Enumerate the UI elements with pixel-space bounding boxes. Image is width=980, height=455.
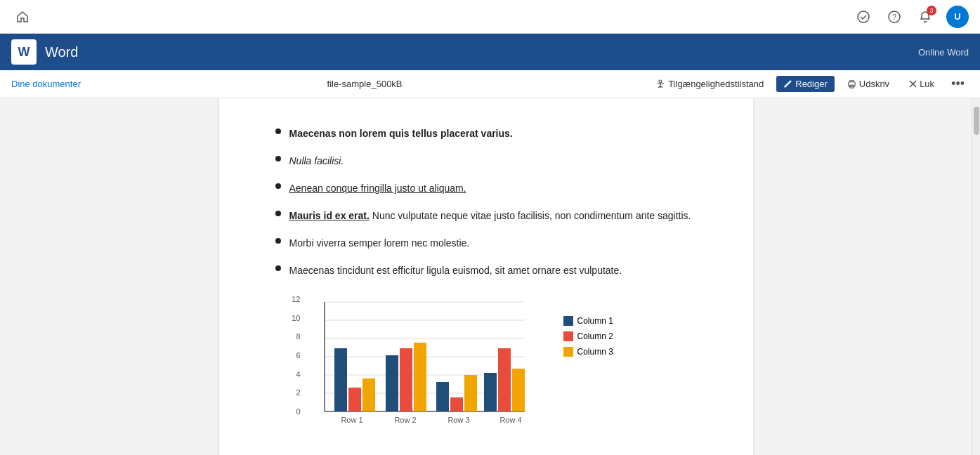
word-user-name: Online Word [918,47,969,58]
bullet-dot [275,128,281,134]
notification-icon[interactable]: 3 [915,7,935,27]
list-item: Nulla facilisi. [275,154,697,169]
y-label-2: 2 [281,388,301,397]
bar-r3-c1 [436,382,449,411]
bar-r3-c3 [464,375,477,411]
doc-page[interactable]: Maecenas non lorem quis tellus placerat … [0,98,972,455]
list-item-text: Maecenas non lorem quis tellus placerat … [289,126,513,141]
legend-item-col1: Column 1 [563,316,613,326]
normal-part: Nunc vulputate neque vitae justo facilis… [372,210,691,221]
bar-r2-c1 [386,355,398,411]
list-item: Maecenas tincidunt est efficitur ligula … [275,263,697,278]
system-bar: ? 3 U [0,0,980,34]
content-area: Maecenas non lorem quis tellus placerat … [0,98,980,455]
legend-item-col2: Column 2 [563,331,613,341]
legend-label-col1: Column 1 [577,316,613,326]
bar-r1-c1 [334,348,347,411]
legend-box-col3 [563,347,573,357]
bullet-dot [275,265,281,271]
list-item-text: Mauris id ex erat. Nunc vulputate neque … [289,209,691,223]
legend-box-col2 [563,331,573,341]
list-item-text: Nulla facilisi. [289,154,344,169]
x-label-row2: Row 2 [394,416,416,424]
svg-point-0 [858,11,869,22]
legend-label-col3: Column 3 [577,347,613,357]
bar-r4-c3 [512,369,525,411]
bullet-dot [275,183,281,189]
close-button[interactable]: Luk [902,76,941,92]
x-label-row1: Row 1 [341,416,362,424]
accessibility-button[interactable]: Tilgængelighedstilstand [648,76,771,92]
list-item: Mauris id ex erat. Nunc vulputate neque … [275,209,697,223]
x-label-row4: Row 4 [499,416,521,424]
system-bar-left [11,6,34,28]
more-options-button[interactable]: ••• [947,74,969,94]
bar-r4-c2 [498,348,511,411]
edit-label: Rediger [795,79,828,89]
file-name: file-sample_500kB [327,79,403,89]
list-item: Aenean conque fringilla justo ut aliquam… [275,181,697,196]
chart-container: 0 2 4 6 8 10 12 [275,295,697,428]
list-item: Morbi viverra semper lorem nec molestie. [275,236,697,251]
accessibility-label: Tilgængelighedstilstand [668,79,764,89]
bullet-list: Maecenas non lorem quis tellus placerat … [275,126,697,278]
edit-button[interactable]: Rediger [776,76,835,92]
word-logo: W [11,39,37,65]
bar-r3-c2 [450,397,463,411]
word-title-bar: W Word Online Word [0,34,980,70]
user-avatar[interactable]: U [946,6,969,28]
legend-box-col1 [563,316,573,326]
svg-point-3 [659,80,662,83]
y-label-0: 0 [281,407,301,416]
page-content: Maecenas non lorem quis tellus placerat … [219,98,753,455]
chart-svg: Row 1 Row 2 Row 3 Row 4 [303,295,542,428]
home-button[interactable] [11,6,34,28]
bar-r4-c1 [484,373,497,411]
bullet-dot [275,211,281,216]
legend-item-col3: Column 3 [563,347,613,357]
close-label: Luk [920,79,934,89]
list-item-text: Aenean conque fringilla justo ut aliquam… [289,181,466,196]
bar-r2-c2 [400,348,412,411]
scrollbar[interactable] [972,98,980,455]
word-title-left: W Word [11,39,78,65]
doc-toolbar-right: Tilgængelighedstilstand Rediger Udskriv … [648,74,969,94]
bullet-dot [275,156,281,161]
word-app-name: Word [45,44,78,60]
print-label: Udskriv [859,79,889,89]
system-bar-right: ? 3 U [854,6,969,28]
legend-label-col2: Column 2 [577,331,613,341]
print-button[interactable]: Udskriv [840,76,896,92]
list-item-text: Morbi viverra semper lorem nec molestie. [289,236,470,251]
check-icon[interactable] [854,7,873,27]
y-label-8: 8 [281,332,301,341]
list-item-text: Maecenas tincidunt est efficitur ligula … [289,263,622,278]
underline-part: Mauris id ex erat. [289,210,370,221]
bullet-dot [275,238,281,244]
y-label-6: 6 [281,351,301,360]
y-label-4: 4 [281,370,301,378]
svg-text:?: ? [892,13,896,21]
bar-r2-c3 [414,343,426,411]
help-icon[interactable]: ? [884,7,904,27]
my-documents-link[interactable]: Dine dokumenter [11,79,81,89]
y-label-12: 12 [281,295,301,303]
list-item: Maecenas non lorem quis tellus placerat … [275,126,697,141]
bar-r1-c2 [348,388,361,411]
doc-toolbar: Dine dokumenter file-sample_500kB Tilgæn… [0,70,980,98]
x-label-row3: Row 3 [447,416,469,424]
notification-badge: 3 [927,6,936,15]
y-label-10: 10 [281,314,301,322]
bar-r1-c3 [362,378,375,411]
chart-legend: Column 1 Column 2 Column 3 [563,316,613,357]
